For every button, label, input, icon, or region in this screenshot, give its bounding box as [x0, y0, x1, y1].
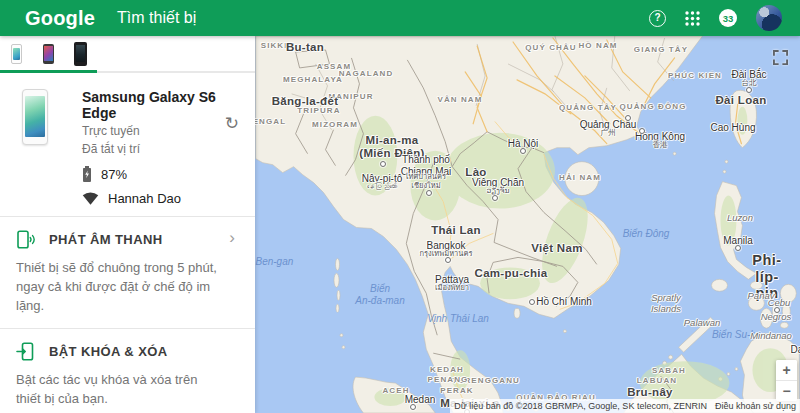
zoom-controls: + −: [776, 360, 797, 401]
map-attribution: Dữ liệu bản đồ ©2018 GBRMPA, Google, SK …: [450, 399, 711, 413]
lock-erase-phone-icon: [16, 342, 35, 361]
app-header: Google Tìm thiết bị ? 33: [0, 0, 800, 36]
action-description: Bật các tác vụ khóa và xóa trên thiết bị…: [16, 370, 239, 413]
avatar[interactable]: [756, 5, 782, 31]
action-title: PHÁT ÂM THANH: [49, 232, 163, 247]
action-lock-erase-section: BẬT KHÓA & XÓA Bật các tác vụ khóa và xó…: [0, 329, 255, 413]
header-actions: ? 33: [649, 5, 782, 31]
notification-badge[interactable]: 33: [719, 9, 737, 27]
question-mark-icon: ?: [654, 13, 660, 23]
wifi-icon: [82, 192, 99, 205]
action-ring-section: PHÁT ÂM THANH › Thiết bị sẽ đổ chuông tr…: [0, 217, 255, 328]
device-panel: Samsung Galaxy S6 Edge Trực tuyến Đã tắt…: [0, 36, 255, 413]
fullscreen-button[interactable]: [768, 45, 792, 69]
device-tabs: [0, 36, 255, 73]
fullscreen-icon: [773, 50, 788, 65]
refresh-icon[interactable]: ↻: [225, 115, 239, 132]
lock-erase-button[interactable]: BẬT KHÓA & XÓA: [16, 329, 239, 370]
battery-icon: [82, 166, 92, 182]
ring-sound-button[interactable]: PHÁT ÂM THANH ›: [16, 217, 239, 258]
action-title: BẬT KHÓA & XÓA: [49, 344, 168, 359]
find-my-device-app: Google Tìm thiết bị ? 33: [0, 0, 800, 413]
device-tab-3[interactable]: [73, 42, 88, 66]
device-location-status: Đã tắt vị trí: [82, 141, 239, 157]
ring-phone-icon: [16, 230, 35, 249]
device-photo-screen: [25, 96, 45, 137]
map-attribution-bar: Dữ liệu bản đồ ©2018 GBRMPA, Google, SK …: [450, 399, 800, 413]
device-thumbnail: [43, 44, 54, 64]
network-name: Hannah Dao: [108, 191, 181, 206]
battery-level: 87%: [101, 167, 127, 182]
device-thumbnail: [74, 42, 87, 66]
zoom-out-button[interactable]: −: [776, 381, 797, 401]
chevron-right-icon: ›: [229, 229, 235, 246]
action-description: Thiết bị sẽ đổ chuông trong 5 phút, ngay…: [16, 258, 239, 328]
map-canvas[interactable]: SIKKIMBu-tanASSAMNAGALANDMEGHALAYAMANIPU…: [255, 36, 800, 413]
device-card: Samsung Galaxy S6 Edge Trực tuyến Đã tắt…: [0, 73, 255, 216]
device-tab-2[interactable]: [41, 44, 56, 64]
google-logo[interactable]: Google: [25, 7, 95, 30]
page-title: Tìm thiết bị: [117, 9, 196, 27]
apps-grid-icon[interactable]: [685, 11, 700, 26]
device-info: Samsung Galaxy S6 Edge Trực tuyến Đã tắt…: [82, 89, 239, 206]
zoom-in-button[interactable]: +: [776, 360, 797, 380]
grid-dots: [685, 11, 700, 26]
map-base-layer: [255, 36, 800, 413]
terms-link[interactable]: Điều khoản sử dụng: [715, 401, 796, 411]
device-tab-1[interactable]: [9, 44, 24, 64]
device-status: Trực tuyến: [82, 123, 239, 139]
device-photo: [22, 89, 48, 145]
device-thumbnail: [11, 44, 22, 64]
help-button[interactable]: ?: [649, 10, 666, 27]
device-name: Samsung Galaxy S6 Edge: [82, 89, 239, 121]
